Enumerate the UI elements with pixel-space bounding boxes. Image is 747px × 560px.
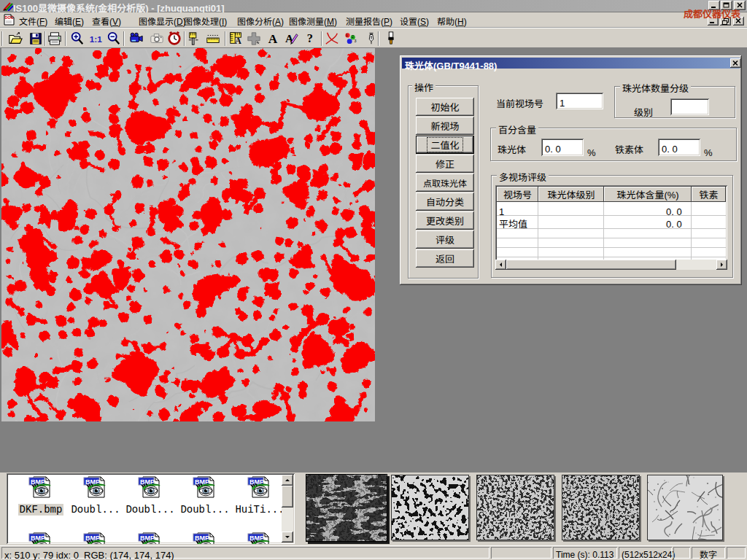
svg-text:A: A [235, 36, 241, 46]
svg-text:DOC: DOC [5, 15, 14, 20]
svg-text:2: 2 [352, 34, 354, 39]
svg-text:1: 1 [346, 33, 348, 37]
svg-text:A: A [268, 32, 278, 46]
svg-text:1:1: 1:1 [90, 34, 102, 44]
svg-text:?: ? [307, 31, 313, 45]
svg-text:3: 3 [355, 39, 357, 43]
